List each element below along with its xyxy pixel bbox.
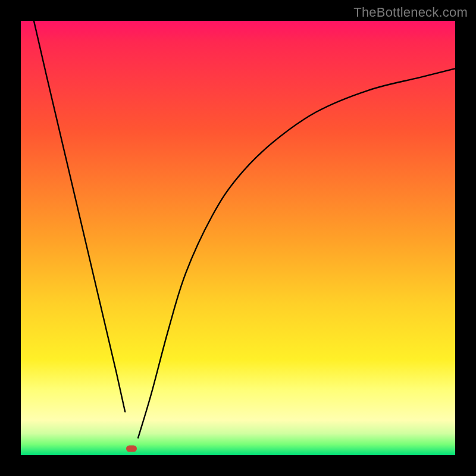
bottleneck-curve-right: [138, 68, 455, 438]
plot-area: [21, 21, 455, 455]
chart-frame: TheBottleneck.com: [0, 0, 476, 476]
bottleneck-curve-left: [34, 21, 125, 412]
minimum-marker: [126, 446, 137, 452]
curve-layer: [21, 21, 455, 455]
watermark-label: TheBottleneck.com: [353, 5, 468, 20]
